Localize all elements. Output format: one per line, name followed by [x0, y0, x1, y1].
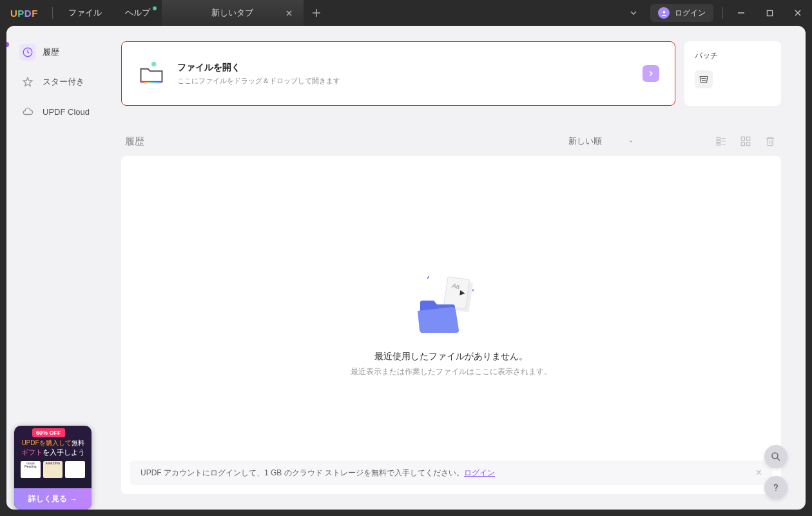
grid-view-icon — [740, 135, 751, 147]
login-label: ログイン — [675, 8, 706, 19]
sidebar-item-label: 履歴 — [43, 46, 59, 58]
minimize-icon — [737, 9, 745, 17]
login-banner-text: UPDF アカウントにログインして、1 GB のクラウド ストレージを無料で入手… — [140, 468, 464, 479]
svg-point-3 — [151, 62, 156, 66]
divider — [722, 7, 723, 19]
sidebar-item-history[interactable]: 履歴 — [13, 39, 97, 66]
window-close-button[interactable] — [784, 0, 812, 26]
promo-card[interactable]: 60% OFF UPDFを購入して無料 ギフトを入手しよう GoodReadin… — [14, 426, 92, 510]
empty-folder-icon: Aa — [412, 273, 490, 338]
app-logo: UPDF — [0, 8, 48, 19]
trash-icon — [764, 135, 776, 147]
promo-books-icon: GoodReading AMAZING — [21, 461, 85, 481]
batch-stack-icon — [695, 70, 713, 88]
open-file-subtitle: ここにファイルをドラッグ＆ドロップして開きます — [177, 76, 631, 86]
svg-rect-13 — [444, 277, 470, 309]
menu-help[interactable]: ヘルプ — [113, 0, 162, 26]
promo-cta-button[interactable]: 詳しく見る → — [14, 488, 92, 510]
promo-line1: UPDFを購入して無料 — [21, 439, 85, 448]
notification-dot-icon — [153, 6, 157, 10]
promo-cta-label: 詳しく見る — [28, 493, 67, 504]
open-file-arrow-button[interactable] — [643, 65, 659, 82]
list-view-icon — [715, 135, 727, 147]
svg-point-0 — [662, 10, 665, 13]
window-minimize-button[interactable] — [727, 0, 755, 26]
tab-title: 新しいタブ — [211, 7, 253, 19]
svg-rect-9 — [747, 137, 750, 140]
star-icon — [19, 74, 36, 90]
svg-rect-11 — [747, 143, 750, 146]
tab-new[interactable]: 新しいタブ — [162, 0, 304, 26]
view-list-button[interactable] — [714, 134, 728, 148]
open-file-card[interactable]: ファイルを開く ここにファイルをドラッグ＆ドロップして開きます — [121, 41, 675, 106]
help-float-button[interactable] — [764, 476, 788, 499]
login-banner: UPDF アカウントにログインして、1 GB のクラウド ストレージを無料で入手… — [130, 461, 772, 485]
app-body: 履歴 スター付き UPDF Cloud — [6, 26, 806, 510]
menu-file[interactable]: ファイル — [57, 0, 113, 26]
promo-badge: 60% OFF — [32, 428, 65, 437]
question-icon — [770, 482, 782, 493]
chevron-right-icon — [648, 70, 654, 77]
sort-dropdown[interactable]: 新しい順 — [559, 132, 643, 151]
sidebar-item-cloud[interactable]: UPDF Cloud — [13, 98, 97, 125]
sort-label: 新しい順 — [568, 135, 602, 147]
divider — [52, 7, 53, 19]
empty-subtitle: 最近表示または作業したファイルはここに表示されます。 — [351, 366, 552, 377]
caret-down-icon — [628, 138, 634, 144]
promo-line2: ギフトを入手しよう — [21, 448, 85, 457]
svg-text:Aa: Aa — [450, 281, 460, 290]
arrow-right-icon: → — [70, 495, 77, 504]
menu-file-label: ファイル — [68, 7, 102, 19]
new-tab-button[interactable] — [304, 0, 329, 26]
sidebar-item-label: UPDF Cloud — [43, 107, 90, 117]
open-file-title: ファイルを開く — [177, 62, 631, 74]
batch-title: バッチ — [695, 50, 771, 61]
search-float-button[interactable] — [764, 445, 788, 468]
user-avatar-icon — [658, 7, 670, 19]
sidebar-item-label: スター付き — [43, 76, 84, 88]
clock-icon — [19, 44, 36, 61]
plus-icon — [312, 8, 321, 17]
folder-icon — [137, 59, 166, 88]
svg-rect-1 — [767, 10, 772, 15]
close-icon — [285, 10, 293, 17]
svg-point-15 — [772, 453, 778, 459]
tabs-dropdown-button[interactable] — [622, 0, 645, 26]
login-banner-close[interactable]: × — [756, 467, 762, 479]
sidebar-item-starred[interactable]: スター付き — [13, 68, 97, 95]
window-maximize-button[interactable] — [755, 0, 784, 26]
search-icon — [770, 451, 782, 462]
close-icon — [794, 9, 802, 17]
empty-title: 最近使用したファイルがありません。 — [374, 351, 528, 362]
login-button[interactable]: ログイン — [650, 4, 713, 22]
tab-close-button[interactable] — [283, 6, 296, 19]
cloud-icon — [19, 103, 36, 120]
svg-rect-7 — [717, 143, 720, 145]
svg-rect-5 — [717, 137, 720, 139]
batch-card[interactable]: バッチ — [684, 41, 781, 106]
svg-rect-10 — [741, 143, 744, 146]
history-title: 履歴 — [125, 135, 144, 148]
svg-rect-8 — [741, 137, 744, 140]
main-content: ファイルを開く ここにファイルをドラッグ＆ドロップして開きます バッチ 履歴 新… — [103, 26, 806, 510]
history-body: Aa 最近使用したファイルがありません。 最近表示または作業したファイルはここに… — [121, 156, 781, 494]
login-banner-link[interactable]: ログイン — [464, 468, 495, 479]
maximize-icon — [766, 10, 773, 17]
view-grid-button[interactable] — [739, 134, 753, 148]
titlebar: UPDF ファイル ヘルプ 新しいタブ ログイン — [0, 0, 812, 26]
svg-rect-6 — [717, 141, 720, 143]
svg-rect-4 — [141, 82, 162, 83]
chevron-down-icon — [630, 9, 637, 17]
menu-help-label: ヘルプ — [125, 7, 150, 19]
delete-history-button[interactable] — [763, 134, 777, 148]
history-header: 履歴 新しい順 — [121, 132, 781, 151]
